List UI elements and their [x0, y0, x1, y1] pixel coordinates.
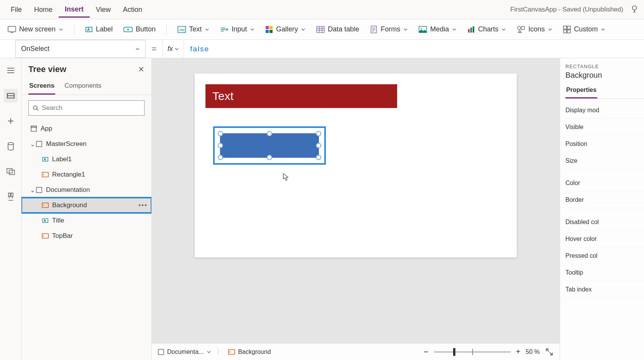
- tree-node-documentation[interactable]: ⌄ Documentation: [21, 182, 151, 198]
- property-row[interactable]: Hover color: [565, 231, 644, 247]
- ribbon-text[interactable]: Abc Text: [177, 25, 209, 33]
- ribbon-charts-label: Charts: [478, 25, 498, 33]
- property-row[interactable]: Color: [565, 175, 644, 191]
- rail-insert[interactable]: [4, 114, 18, 128]
- property-row[interactable]: Position: [565, 136, 644, 152]
- svg-rect-54: [36, 187, 42, 193]
- svg-rect-42: [7, 169, 12, 173]
- breadcrumb-screen[interactable]: Documenta...: [158, 349, 211, 355]
- tree-node-label: Documentation: [46, 186, 90, 194]
- resize-handle[interactable]: [218, 155, 223, 160]
- svg-rect-1: [8, 26, 16, 32]
- ribbon-custom[interactable]: Custom: [563, 25, 605, 33]
- ribbon-gallery[interactable]: Gallery: [265, 25, 306, 33]
- close-icon[interactable]: ✕: [138, 65, 145, 74]
- properties-name[interactable]: Backgroun: [565, 71, 644, 80]
- divider: [166, 24, 167, 35]
- ribbon-input[interactable]: Input: [220, 25, 255, 33]
- tree-tabs: Screens Components: [21, 77, 151, 95]
- app-icon: [30, 125, 38, 133]
- tree-node-rectangle1[interactable]: Rectangle1: [21, 167, 151, 182]
- svg-rect-16: [317, 26, 324, 33]
- property-row[interactable]: Border: [565, 191, 644, 208]
- tab-components[interactable]: Components: [64, 79, 102, 95]
- property-row[interactable]: Pressed col: [565, 247, 644, 264]
- svg-line-47: [37, 109, 38, 111]
- rail-hamburger[interactable]: [4, 64, 18, 77]
- menu-view[interactable]: View: [90, 2, 117, 17]
- canvas-screen[interactable]: Text: [195, 74, 517, 257]
- tree-node-title[interactable]: Title: [21, 213, 151, 228]
- search-input[interactable]: [42, 104, 140, 112]
- more-icon[interactable]: •••: [138, 201, 148, 209]
- property-row[interactable]: Disabled col: [565, 214, 644, 231]
- menu-home[interactable]: Home: [28, 2, 59, 17]
- ribbon-media[interactable]: Media: [419, 25, 457, 33]
- chevron-down-icon: [135, 47, 140, 51]
- ribbon-forms[interactable]: Forms: [370, 25, 408, 33]
- tree-view-title: Tree view: [28, 64, 66, 74]
- property-row[interactable]: Tab index: [565, 281, 644, 298]
- fx-button[interactable]: fx: [163, 40, 184, 58]
- ribbon-icons[interactable]: Icons: [517, 25, 552, 33]
- chevron-down-icon: [207, 350, 211, 354]
- ribbon-text-label: Text: [189, 25, 202, 33]
- svg-rect-27: [468, 29, 470, 33]
- ribbon-button[interactable]: Button: [123, 25, 156, 33]
- tree-node-masterscreen[interactable]: ⌄ MasterScreen: [21, 136, 151, 152]
- ribbon-charts[interactable]: Charts: [467, 25, 506, 33]
- resize-handle[interactable]: [267, 155, 272, 160]
- tree-node-label: TopBar: [52, 232, 73, 240]
- zoom-controls: − + 50 %: [424, 347, 554, 357]
- canvas-viewport[interactable]: Text: [152, 58, 560, 343]
- zoom-in-button[interactable]: +: [516, 347, 521, 356]
- tree-node-label: MasterScreen: [46, 140, 87, 148]
- resize-handle[interactable]: [267, 131, 272, 136]
- property-selector[interactable]: OnSelect: [15, 40, 146, 58]
- menu-action[interactable]: Action: [117, 2, 148, 17]
- ribbon-new-screen-label: New screen: [19, 25, 56, 33]
- svg-point-0: [632, 6, 637, 10]
- diagnostics-icon[interactable]: [629, 5, 639, 15]
- canvas-selected-rectangle[interactable]: [213, 126, 326, 165]
- canvas-topbar-shape[interactable]: Text: [205, 84, 397, 108]
- shape-icon: [41, 201, 49, 209]
- resize-handle[interactable]: [316, 143, 321, 148]
- rail-tree-view[interactable]: [4, 89, 18, 103]
- resize-handle[interactable]: [316, 131, 321, 136]
- tree-node-label: Label1: [52, 155, 72, 163]
- tree-node-app[interactable]: App: [21, 121, 151, 136]
- resize-handle[interactable]: [316, 155, 321, 160]
- rail-media[interactable]: [4, 165, 18, 178]
- property-row[interactable]: Size: [565, 152, 644, 169]
- fullscreen-icon[interactable]: [545, 348, 554, 356]
- property-row[interactable]: Tooltip: [565, 264, 644, 281]
- ribbon-data-table[interactable]: Data table: [316, 25, 359, 33]
- svg-point-59: [43, 235, 44, 237]
- tree-node-topbar[interactable]: TopBar: [21, 228, 151, 244]
- resize-handle[interactable]: [218, 131, 223, 136]
- tab-screens[interactable]: Screens: [28, 79, 55, 95]
- ribbon-new-screen[interactable]: New screen: [8, 25, 63, 33]
- zoom-slider[interactable]: [434, 351, 511, 353]
- app-title: FirstCanvasApp - Saved (Unpublished): [510, 6, 629, 13]
- tree-node-background[interactable]: Background •••: [21, 198, 151, 213]
- ribbon-label[interactable]: Label: [85, 25, 113, 33]
- svg-point-41: [8, 142, 13, 145]
- zoom-out-button[interactable]: −: [424, 347, 429, 357]
- property-row[interactable]: Display mod: [565, 102, 644, 119]
- menu-insert[interactable]: Insert: [59, 2, 90, 18]
- canvas-background-shape[interactable]: [220, 133, 319, 158]
- resize-handle[interactable]: [218, 143, 223, 148]
- rail-advanced[interactable]: [4, 190, 18, 204]
- rail-data[interactable]: [4, 139, 18, 153]
- property-row[interactable]: Visible: [565, 119, 644, 136]
- search-box[interactable]: [28, 100, 145, 116]
- tree-node-label1[interactable]: Label1: [21, 152, 151, 167]
- properties-tab[interactable]: Properties: [565, 83, 597, 98]
- menu-file[interactable]: File: [5, 2, 28, 17]
- svg-rect-29: [473, 26, 474, 33]
- screen-icon: [35, 140, 43, 148]
- formula-input[interactable]: false: [184, 44, 644, 53]
- breadcrumb-selection[interactable]: Background: [228, 349, 271, 355]
